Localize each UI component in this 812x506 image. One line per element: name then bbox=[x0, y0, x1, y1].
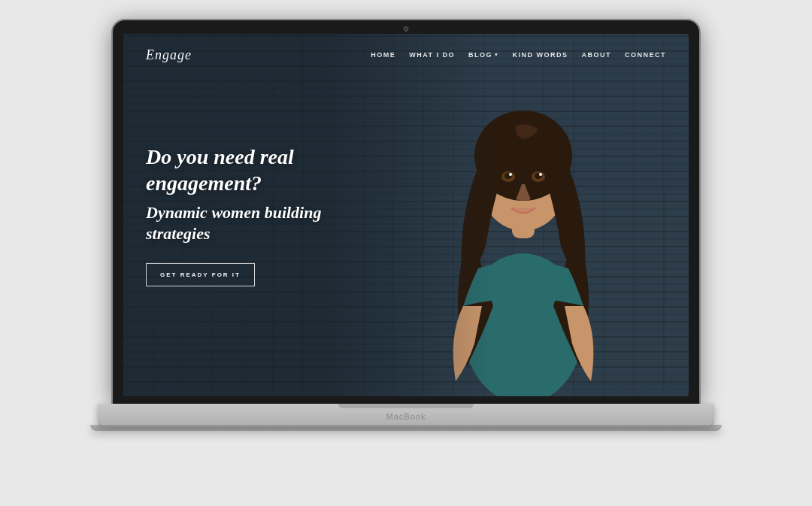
nav-blog[interactable]: BLOG ▾ bbox=[468, 51, 499, 59]
brand-logo[interactable]: Engage bbox=[146, 47, 192, 63]
website-screen: Engage HOME WHAT I DO BLOG ▾ KIND WORDS … bbox=[123, 34, 689, 396]
nav-kind-words[interactable]: KIND WORDS bbox=[513, 51, 568, 59]
hero-headline: Do you need real engagement? bbox=[146, 143, 386, 195]
laptop-feet bbox=[90, 425, 722, 431]
navbar: Engage HOME WHAT I DO BLOG ▾ KIND WORDS … bbox=[123, 34, 689, 63]
nav-what-i-do[interactable]: WHAT I DO bbox=[409, 51, 455, 59]
blog-dropdown-arrow: ▾ bbox=[495, 52, 499, 58]
macbook-label: MacBook bbox=[386, 412, 426, 421]
cta-button[interactable]: GET READY FOR IT bbox=[146, 263, 255, 286]
nav-connect[interactable]: CONNECT bbox=[625, 51, 666, 59]
nav-about[interactable]: ABOUT bbox=[582, 51, 612, 59]
nav-home[interactable]: HOME bbox=[371, 51, 395, 59]
hero-content: Do you need real engagement? Dynamic wom… bbox=[146, 143, 386, 286]
screen-bezel: Engage HOME WHAT I DO BLOG ▾ KIND WORDS … bbox=[113, 20, 699, 404]
hero-subheadline: Dynamic women building strategies bbox=[146, 201, 386, 244]
webcam-dot bbox=[404, 26, 409, 32]
laptop-mockup: Engage HOME WHAT I DO BLOG ▾ KIND WORDS … bbox=[83, 20, 729, 486]
laptop-base: MacBook bbox=[98, 404, 714, 425]
nav-links: HOME WHAT I DO BLOG ▾ KIND WORDS ABOUT C… bbox=[371, 51, 666, 59]
